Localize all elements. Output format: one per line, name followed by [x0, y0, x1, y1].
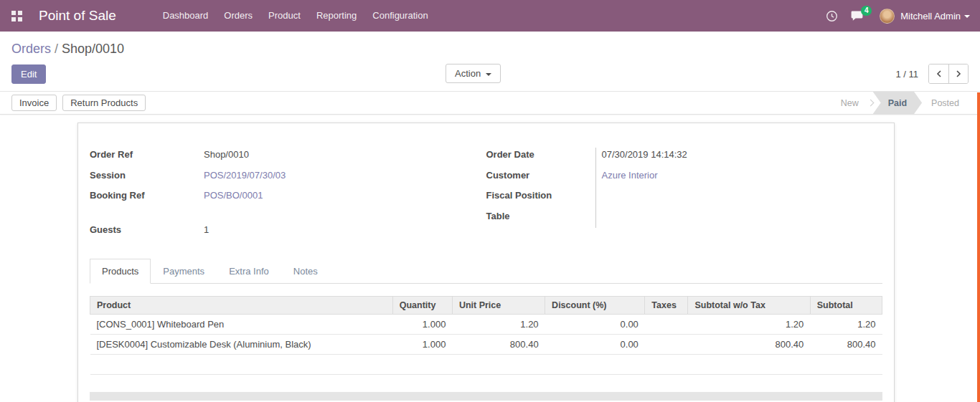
- field-label: Fiscal Position: [486, 187, 595, 208]
- fiscal-position-value: [595, 187, 602, 208]
- user-menu[interactable]: Mitchell Admin: [880, 9, 970, 24]
- col-header-taxes[interactable]: Taxes: [645, 297, 688, 315]
- customer-link[interactable]: Azure Interior: [595, 167, 658, 188]
- cell-product: [CONS_0001] Whiteboard Pen: [90, 315, 393, 335]
- booking-ref-link[interactable]: POS/BO/0001: [204, 187, 263, 208]
- cell-subtotal-wo-tax: 1.20: [688, 315, 810, 335]
- order-fields: Order Ref Shop/0010 Session POS/2019/07/…: [90, 146, 882, 241]
- footer-strip: [90, 392, 882, 401]
- user-avatar: [880, 9, 895, 24]
- cell-taxes: [645, 315, 688, 335]
- col-header-product[interactable]: Product: [90, 297, 393, 315]
- pager-previous-button[interactable]: [929, 64, 948, 83]
- action-dropdown-label: Action: [455, 68, 481, 79]
- cell-subtotal-wo-tax: 800.40: [688, 335, 810, 355]
- guests-value: 1: [204, 221, 209, 242]
- col-header-quantity[interactable]: Quantity: [392, 297, 452, 315]
- cell-subtotal: 800.40: [810, 335, 882, 355]
- field-label: Order Ref: [90, 146, 204, 167]
- apps-menu-button[interactable]: [0, 0, 33, 32]
- apps-grid-icon: [11, 11, 22, 21]
- tab-payments[interactable]: Payments: [151, 259, 217, 284]
- message-count-badge: 4: [861, 6, 872, 16]
- activities-button[interactable]: [826, 10, 838, 22]
- cell-unit-price: 1.20: [452, 315, 545, 335]
- session-link[interactable]: POS/2019/07/30/03: [204, 167, 286, 188]
- chevron-right-icon: [956, 70, 961, 78]
- order-ref-value: Shop/0010: [204, 146, 249, 167]
- field-group-right: Order Date 07/30/2019 14:14:32 Customer …: [486, 146, 883, 228]
- scrollbar-accent[interactable]: [977, 92, 980, 402]
- table-header-row: Product Quantity Unit Price Discount (%)…: [90, 297, 882, 315]
- nav-item-dashboard[interactable]: Dashboard: [155, 0, 217, 32]
- action-dropdown-button[interactable]: Action: [446, 64, 501, 83]
- statusbar: Invoice Return Products New Paid Posted: [0, 91, 980, 115]
- nav-item-product[interactable]: Product: [260, 0, 308, 32]
- control-panel: Orders/Shop/0010 Edit Action 1 / 11: [0, 32, 980, 85]
- notebook-tabs: Products Payments Extra Info Notes: [90, 259, 882, 284]
- pager-next-button[interactable]: [948, 64, 968, 83]
- clock-icon: [826, 10, 838, 22]
- table-row[interactable]: [DESK0004] Customizable Desk (Aluminium,…: [90, 335, 882, 355]
- field-label: Booking Ref: [90, 187, 204, 208]
- col-header-unit-price[interactable]: Unit Price: [452, 297, 545, 315]
- order-date-value: 07/30/2019 14:14:32: [595, 146, 687, 167]
- cell-product: [DESK0004] Customizable Desk (Aluminium,…: [90, 335, 393, 355]
- field-booking-ref: Booking Ref POS/BO/0001: [90, 187, 486, 208]
- cell-discount: 0.00: [545, 335, 645, 355]
- return-products-button[interactable]: Return Products: [62, 95, 146, 111]
- edit-button[interactable]: Edit: [11, 64, 46, 84]
- col-header-discount[interactable]: Discount (%): [545, 297, 645, 315]
- cell-quantity: 1.000: [392, 335, 452, 355]
- cell-discount: 0.00: [545, 315, 645, 335]
- tab-notes[interactable]: Notes: [281, 259, 330, 284]
- table-value: [595, 208, 602, 229]
- breadcrumb-separator: /: [55, 42, 58, 56]
- pager: 1 / 11: [895, 64, 969, 84]
- field-group-left: Order Ref Shop/0010 Session POS/2019/07/…: [90, 146, 486, 241]
- status-step-new[interactable]: New: [831, 92, 868, 114]
- tab-products[interactable]: Products: [90, 259, 151, 284]
- field-table: Table: [486, 208, 883, 229]
- field-label: Session: [90, 167, 204, 188]
- main-menu: Dashboard Orders Product Reporting Confi…: [155, 0, 436, 32]
- top-navbar: Point of Sale Dashboard Orders Product R…: [0, 0, 980, 32]
- col-header-subtotal-wo-tax[interactable]: Subtotal w/o Tax: [688, 297, 810, 315]
- toolbar: Edit Action 1 / 11: [11, 63, 969, 85]
- status-pipeline: New Paid Posted: [831, 92, 969, 114]
- cell-unit-price: 800.40: [452, 335, 545, 355]
- field-guests: Guests 1: [90, 221, 486, 242]
- field-fiscal-position: Fiscal Position: [486, 187, 883, 208]
- field-label: Order Date: [486, 146, 595, 167]
- field-label: Customer: [486, 167, 595, 188]
- chevron-left-icon: [936, 70, 942, 78]
- statusbar-buttons: Invoice Return Products: [11, 95, 146, 111]
- pager-counter: 1 / 11: [895, 69, 918, 80]
- nav-item-reporting[interactable]: Reporting: [308, 0, 364, 32]
- field-order-date: Order Date 07/30/2019 14:14:32: [486, 146, 883, 167]
- table-row-empty: [90, 355, 882, 375]
- status-step-posted[interactable]: Posted: [922, 92, 969, 114]
- invoice-button[interactable]: Invoice: [11, 95, 57, 111]
- field-label: Table: [486, 208, 595, 229]
- field-order-ref: Order Ref Shop/0010: [90, 146, 486, 167]
- app-title: Point of Sale: [39, 8, 116, 24]
- field-session: Session POS/2019/07/30/03: [90, 167, 486, 188]
- chevron-right-icon: [867, 100, 874, 107]
- form-sheet: Order Ref Shop/0010 Session POS/2019/07/…: [77, 123, 895, 402]
- caret-down-icon: [964, 15, 970, 18]
- status-step-paid[interactable]: Paid: [873, 92, 922, 114]
- breadcrumb: Orders/Shop/0010: [11, 40, 969, 57]
- nav-item-orders[interactable]: Orders: [216, 0, 260, 32]
- table-row[interactable]: [CONS_0001] Whiteboard Pen 1.000 1.20 0.…: [90, 315, 882, 335]
- cell-subtotal: 1.20: [810, 315, 882, 335]
- col-header-subtotal[interactable]: Subtotal: [810, 297, 882, 315]
- messages-button[interactable]: 4: [851, 10, 864, 21]
- user-name: Mitchell Admin: [900, 11, 961, 21]
- cell-quantity: 1.000: [392, 315, 452, 335]
- navbar-right: 4 Mitchell Admin: [813, 9, 980, 24]
- tab-extra-info[interactable]: Extra Info: [217, 259, 281, 284]
- breadcrumb-orders-link[interactable]: Orders: [11, 42, 51, 56]
- nav-item-configuration[interactable]: Configuration: [364, 0, 435, 32]
- breadcrumb-current: Shop/0010: [62, 42, 124, 56]
